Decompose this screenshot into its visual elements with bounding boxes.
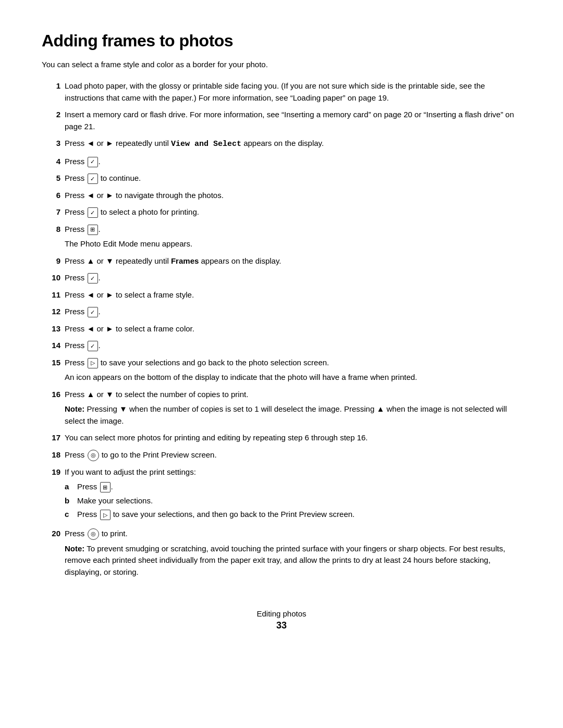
- step-6: Press ◄ or ► to navigate through the pho…: [42, 190, 521, 202]
- step-13: Press ◄ or ► to select a frame color.: [42, 323, 521, 335]
- step-1: Load photo paper, with the glossy or pri…: [42, 80, 521, 104]
- step-5: Press ✓ to continue.: [42, 172, 521, 184]
- step-7: Press ✓ to select a photo for printing.: [42, 206, 521, 218]
- steps-list: Load photo paper, with the glossy or pri…: [42, 80, 521, 578]
- step-16-note: Note: Pressing ▼ when the number of copi…: [65, 403, 521, 427]
- footer-label: Editing photos: [42, 609, 521, 618]
- step-19: If you want to adjust the print settings…: [42, 466, 521, 523]
- step-16: Press ▲ or ▼ to select the number of cop…: [42, 389, 521, 427]
- page-title: Adding frames to photos: [42, 31, 521, 51]
- step-8-sub: The Photo Edit Mode menu appears.: [65, 238, 521, 250]
- footer: Editing photos 33: [42, 609, 521, 631]
- step-15: Press ▷ to save your selections and go b…: [42, 357, 521, 384]
- step-12: Press ✓.: [42, 306, 521, 318]
- step-2: Insert a memory card or flash drive. For…: [42, 109, 521, 132]
- step-10: Press ✓.: [42, 272, 521, 284]
- step-9: Press ▲ or ▼ repeatedly until Frames app…: [42, 255, 521, 267]
- step-14: Press ✓.: [42, 340, 521, 352]
- footer-page: 33: [42, 620, 521, 631]
- step-18: Press ◎ to go to the Print Preview scree…: [42, 449, 521, 461]
- step-19-sub-c: cPress ▷ to save your selections, and th…: [65, 509, 521, 521]
- step-20: Press ◎ to print.Note: To prevent smudgi…: [42, 528, 521, 578]
- step-17: You can select more photos for printing …: [42, 432, 521, 444]
- step-3: Press ◄ or ► repeatedly until View and S…: [42, 138, 521, 151]
- intro-text: You can select a frame style and color a…: [42, 60, 521, 69]
- step-4: Press ✓.: [42, 156, 521, 168]
- step-20-note: Note: To prevent smudging or scratching,…: [65, 543, 521, 578]
- step-11: Press ◄ or ► to select a frame style.: [42, 289, 521, 301]
- step-19-sub-b: bMake your selections.: [65, 495, 521, 507]
- step-8: Press ⊞.The Photo Edit Mode menu appears…: [42, 224, 521, 250]
- step-15-sub: An icon appears on the bottom of the dis…: [65, 372, 521, 384]
- step-19-sub-a: aPress ⊞.: [65, 481, 521, 493]
